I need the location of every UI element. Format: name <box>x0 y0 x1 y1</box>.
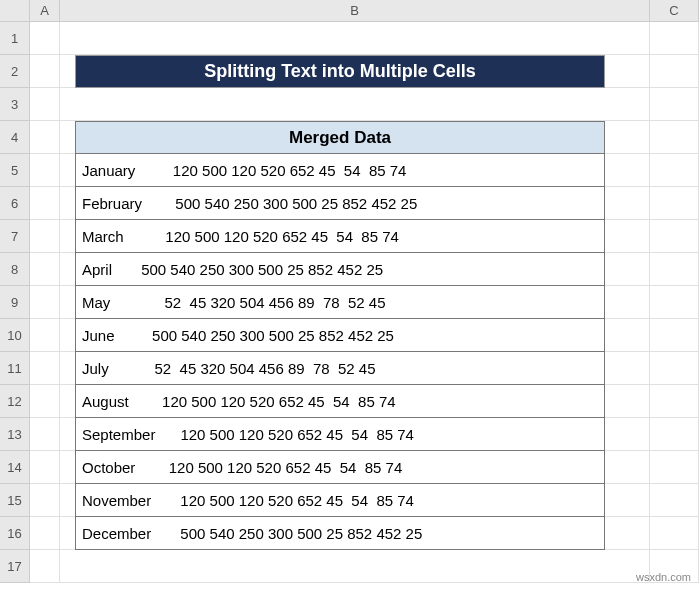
row-header-9[interactable]: 9 <box>0 286 30 319</box>
row-header-13[interactable]: 13 <box>0 418 30 451</box>
cell-A14[interactable] <box>30 451 60 484</box>
table-row[interactable]: September 120 500 120 520 652 45 54 85 7… <box>75 418 605 451</box>
cell-C4[interactable] <box>650 121 699 154</box>
cell-C6[interactable] <box>650 187 699 220</box>
row-header-2[interactable]: 2 <box>0 55 30 88</box>
cell-C3[interactable] <box>650 88 699 121</box>
row-header-16[interactable]: 16 <box>0 517 30 550</box>
cell-C9[interactable] <box>650 286 699 319</box>
cell-A16[interactable] <box>30 517 60 550</box>
table-row[interactable]: November 120 500 120 520 652 45 54 85 74 <box>75 484 605 517</box>
row-header-7[interactable]: 7 <box>0 220 30 253</box>
cell-A1[interactable] <box>30 22 60 55</box>
row-header-3[interactable]: 3 <box>0 88 30 121</box>
cell-C14[interactable] <box>650 451 699 484</box>
table-row[interactable]: January 120 500 120 520 652 45 54 85 74 <box>75 154 605 187</box>
cell-A9[interactable] <box>30 286 60 319</box>
cell-A13[interactable] <box>30 418 60 451</box>
row-header-8[interactable]: 8 <box>0 253 30 286</box>
row-header-15[interactable]: 15 <box>0 484 30 517</box>
cell-A3[interactable] <box>30 88 60 121</box>
table-row[interactable]: August 120 500 120 520 652 45 54 85 74 <box>75 385 605 418</box>
cell-A17[interactable] <box>30 550 60 583</box>
cell-A2[interactable] <box>30 55 60 88</box>
cell-C12[interactable] <box>650 385 699 418</box>
table-row[interactable]: July 52 45 320 504 456 89 78 52 45 <box>75 352 605 385</box>
select-all-corner[interactable] <box>0 0 30 22</box>
table-row[interactable]: April 500 540 250 300 500 25 852 452 25 <box>75 253 605 286</box>
cell-C8[interactable] <box>650 253 699 286</box>
col-header-A[interactable]: A <box>30 0 60 22</box>
cell-C5[interactable] <box>650 154 699 187</box>
row-header-12[interactable]: 12 <box>0 385 30 418</box>
table-row[interactable]: June 500 540 250 300 500 25 852 452 25 <box>75 319 605 352</box>
row-header-11[interactable]: 11 <box>0 352 30 385</box>
table-header-merged-data: Merged Data <box>75 121 605 154</box>
row-header-4[interactable]: 4 <box>0 121 30 154</box>
cell-C1[interactable] <box>650 22 699 55</box>
row-header-17[interactable]: 17 <box>0 550 30 583</box>
cell-A5[interactable] <box>30 154 60 187</box>
row-header-10[interactable]: 10 <box>0 319 30 352</box>
row-header-6[interactable]: 6 <box>0 187 30 220</box>
cell-C15[interactable] <box>650 484 699 517</box>
table-row[interactable]: May 52 45 320 504 456 89 78 52 45 <box>75 286 605 319</box>
col-header-C[interactable]: C <box>650 0 699 22</box>
cell-C10[interactable] <box>650 319 699 352</box>
cell-A15[interactable] <box>30 484 60 517</box>
cell-C2[interactable] <box>650 55 699 88</box>
cell-C16[interactable] <box>650 517 699 550</box>
row-header-14[interactable]: 14 <box>0 451 30 484</box>
cell-C11[interactable] <box>650 352 699 385</box>
cell-A4[interactable] <box>30 121 60 154</box>
cell-A11[interactable] <box>30 352 60 385</box>
watermark: wsxdn.com <box>636 571 691 583</box>
col-header-B[interactable]: B <box>60 0 650 22</box>
cell-C7[interactable] <box>650 220 699 253</box>
cell-B1[interactable] <box>60 22 650 55</box>
cell-B3[interactable] <box>60 88 650 121</box>
row-header-1[interactable]: 1 <box>0 22 30 55</box>
table-row[interactable]: December 500 540 250 300 500 25 852 452 … <box>75 517 605 550</box>
cell-A6[interactable] <box>30 187 60 220</box>
row-header-5[interactable]: 5 <box>0 154 30 187</box>
cell-A7[interactable] <box>30 220 60 253</box>
cell-B17[interactable] <box>60 550 650 583</box>
table-row[interactable]: October 120 500 120 520 652 45 54 85 74 <box>75 451 605 484</box>
table-row[interactable]: March 120 500 120 520 652 45 54 85 74 <box>75 220 605 253</box>
cell-A10[interactable] <box>30 319 60 352</box>
cell-A8[interactable] <box>30 253 60 286</box>
page-title: Splitting Text into Multiple Cells <box>75 55 605 88</box>
table-row[interactable]: February 500 540 250 300 500 25 852 452 … <box>75 187 605 220</box>
cell-C13[interactable] <box>650 418 699 451</box>
cell-A12[interactable] <box>30 385 60 418</box>
